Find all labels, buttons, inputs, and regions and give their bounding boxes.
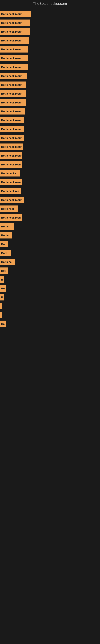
bar-34 xyxy=(0,312,2,318)
bar-9: Bottleneck result xyxy=(0,90,26,97)
bar-label-16: Bottleneck result xyxy=(1,154,22,157)
bar-label-6: Bottleneck result xyxy=(1,66,22,69)
bar-label-27: Bottl xyxy=(1,252,7,254)
bar-label-30: B xyxy=(1,278,3,281)
bar-row: Bottleneck resu xyxy=(0,213,100,222)
bar-row: Bottleneck result xyxy=(0,18,100,27)
bar-16: Bottleneck result xyxy=(0,152,22,159)
bar-30: B xyxy=(0,276,4,283)
bar-15: Bottleneck result xyxy=(0,144,23,150)
bar-35: Bo xyxy=(0,320,6,327)
bar-label-20: Bottleneck res xyxy=(1,190,19,192)
bar-label-9: Bottleneck result xyxy=(1,92,22,95)
bar-label-18: Bottleneck r xyxy=(1,172,16,175)
bar-8: Bottleneck result xyxy=(0,82,26,88)
bar-row: Bottleneck result xyxy=(0,124,100,134)
bar-label-28: Bottlene xyxy=(1,260,12,264)
bar-row: Bo xyxy=(0,284,100,293)
bar-label-29: Bot xyxy=(1,269,6,272)
bar-label-7: Bottleneck result xyxy=(1,74,22,78)
bar-row xyxy=(0,302,100,310)
bar-row: Bottleneck result xyxy=(0,196,100,204)
bar-row: Bottl xyxy=(0,248,100,258)
bar-label-23: Bottleneck resu xyxy=(1,216,21,219)
bar-label-2: Bottleneck result xyxy=(1,30,22,33)
bar-row xyxy=(0,310,100,320)
bar-row: Bottleneck result xyxy=(0,54,100,62)
bar-row: Bottleneck result xyxy=(0,27,100,36)
bar-11: Bottleneck result xyxy=(0,108,25,114)
bar-22: Bottleneck xyxy=(0,206,18,212)
bar-label-12: Bottleneck result xyxy=(1,119,22,122)
bar-13: Bottleneck result xyxy=(0,126,24,132)
bar-6: Bottleneck result xyxy=(0,64,28,70)
bar-row: Bottlene xyxy=(0,258,100,266)
bar-label-13: Bottleneck result xyxy=(1,128,22,130)
bar-33 xyxy=(0,303,2,309)
bar-label-8: Bottleneck result xyxy=(1,83,22,86)
bar-row: Bottleneck result xyxy=(0,45,100,54)
bar-row: Bo xyxy=(0,320,100,328)
bar-row: Bottleneck res xyxy=(0,186,100,196)
bar-17: Bottleneck resu xyxy=(0,161,22,168)
bar-row: Bottleneck result xyxy=(0,62,100,72)
bar-row: Bottleneck resu xyxy=(0,178,100,186)
bar-32: B xyxy=(0,294,3,300)
bar-row: Bot xyxy=(0,240,100,248)
bar-label-15: Bottleneck result xyxy=(1,145,22,148)
bar-12: Bottleneck result xyxy=(0,117,24,123)
bar-row: Bottle xyxy=(0,231,100,240)
bar-row: Bottleneck resu xyxy=(0,160,100,169)
bar-label-10: Bottleneck result xyxy=(1,101,22,104)
bar-24: Bottlen xyxy=(0,223,14,230)
bar-label-17: Bottleneck resu xyxy=(1,163,21,166)
bar-row: Bottleneck result xyxy=(0,151,100,160)
bar-label-31: Bo xyxy=(1,287,4,290)
bar-7: Bottleneck result xyxy=(0,73,27,79)
bar-row: Bottleneck result xyxy=(0,134,100,142)
bar-label-26: Bot xyxy=(1,243,6,246)
bar-28: Bottlene xyxy=(0,258,15,265)
bar-row: B xyxy=(0,293,100,302)
bar-label-32: B xyxy=(1,296,3,299)
bar-25: Bottle xyxy=(0,232,12,238)
bar-5: Bottleneck result xyxy=(0,55,28,62)
bar-27: Bottl xyxy=(0,250,11,256)
bar-row: Bottleneck r xyxy=(0,169,100,178)
bar-label-4: Bottleneck result xyxy=(1,48,22,51)
bar-18: Bottleneck r xyxy=(0,170,20,176)
bar-label-14: Bottleneck result xyxy=(1,136,22,140)
bar-20: Bottleneck res xyxy=(0,188,21,194)
bar-row: Bottleneck result xyxy=(0,142,100,151)
bar-row: Bottleneck result xyxy=(0,116,100,124)
bar-19: Bottleneck resu xyxy=(0,179,22,185)
bar-14: Bottleneck result xyxy=(0,135,24,141)
bar-label-22: Bottleneck xyxy=(1,207,14,210)
bar-row: Bot xyxy=(0,266,100,275)
bar-label-11: Bottleneck result xyxy=(1,110,22,113)
bar-10: Bottleneck result xyxy=(0,99,26,106)
bar-23: Bottleneck resu xyxy=(0,214,22,221)
bar-label-1: Bottleneck result xyxy=(1,21,22,24)
bar-row: B xyxy=(0,275,100,284)
bar-label-5: Bottleneck result xyxy=(1,57,22,60)
bar-1: Bottleneck result xyxy=(0,20,30,26)
bar-label-0: Bottleneck result xyxy=(1,12,22,16)
bar-row: Bottleneck xyxy=(0,204,100,213)
bar-26: Bot xyxy=(0,241,8,247)
bar-label-3: Bottleneck result xyxy=(1,39,22,42)
bar-label-19: Bottleneck resu xyxy=(1,181,21,184)
bar-31: Bo xyxy=(0,285,6,292)
bar-row: Bottlen xyxy=(0,222,100,231)
bar-2: Bottleneck result xyxy=(0,28,30,35)
bar-4: Bottleneck result xyxy=(0,46,28,52)
bar-21: Bottleneck result xyxy=(0,196,24,203)
bar-label-21: Bottleneck result xyxy=(1,198,22,202)
bar-row: Bottleneck result xyxy=(0,36,100,45)
bar-row: Bottleneck result xyxy=(0,98,100,107)
bar-row: Bottleneck result xyxy=(0,89,100,98)
bar-29: Bot xyxy=(0,268,8,274)
bar-label-35: Bo xyxy=(1,322,4,326)
bar-row: Bottleneck result xyxy=(0,107,100,116)
bar-3: Bottleneck result xyxy=(0,37,29,44)
